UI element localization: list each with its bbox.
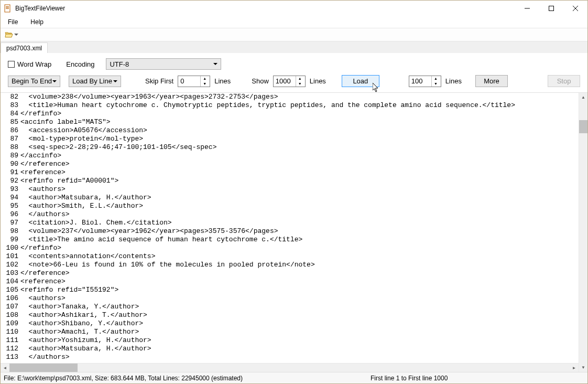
wordwrap-checkbox[interactable]: Word Wrap bbox=[8, 60, 51, 68]
line-number: 92 bbox=[1, 177, 20, 185]
text-line[interactable]: 113 </authors> bbox=[1, 353, 579, 361]
horizontal-scrollbar[interactable]: ◄ ► bbox=[1, 363, 579, 372]
menu-file[interactable]: File bbox=[6, 17, 20, 27]
skip-first-unit: Lines bbox=[214, 77, 231, 85]
line-number: 96 bbox=[1, 210, 20, 219]
text-line[interactable]: 96 </authors> bbox=[1, 210, 579, 219]
skip-first-input[interactable]: ▲▼ bbox=[178, 76, 210, 87]
load-mode-select[interactable]: Load By Line bbox=[69, 76, 121, 87]
line-number: 87 bbox=[1, 135, 20, 143]
text-line[interactable]: 87 <mol-type>protein</mol-type> bbox=[1, 135, 579, 143]
encoding-label: Encoding bbox=[66, 60, 94, 68]
skip-first-value[interactable] bbox=[178, 77, 200, 85]
text-line[interactable]: 86 <accession>A05676</accession> bbox=[1, 126, 579, 135]
load-controls-row: Begin To End Load By Line Skip First ▲▼ … bbox=[1, 73, 587, 92]
text-line[interactable]: 91<reference> bbox=[1, 168, 579, 177]
line-content: <author>Shibano, Y.</author> bbox=[20, 319, 579, 328]
text-line[interactable]: 109 <author>Shibano, Y.</author> bbox=[1, 319, 579, 328]
scroll-down-icon[interactable]: ▼ bbox=[579, 363, 587, 372]
line-content: </reference> bbox=[20, 160, 579, 168]
text-line[interactable]: 88 <seq-spec>2-28;29-46;47-100;101-105</… bbox=[1, 143, 579, 152]
minimize-button[interactable] bbox=[515, 1, 539, 16]
text-line[interactable]: 105<refinfo refid="I55192"> bbox=[1, 286, 579, 294]
line-number: 98 bbox=[1, 227, 20, 236]
text-line[interactable]: 94 <author>Matsubara, H.</author> bbox=[1, 194, 579, 202]
spin-down-icon[interactable]: ▼ bbox=[296, 81, 304, 87]
app-window: BigTextFileViewer File Help psd7003.xml … bbox=[0, 0, 588, 384]
vscroll-thumb[interactable] bbox=[579, 120, 587, 133]
text-line[interactable]: 85<accinfo label="MATS"> bbox=[1, 118, 579, 126]
encoding-select[interactable]: UTF-8 bbox=[106, 58, 221, 70]
text-line[interactable]: 106 <authors> bbox=[1, 294, 579, 303]
hscroll-track[interactable] bbox=[9, 364, 570, 372]
text-line[interactable]: 92<refinfo refid="A00001"> bbox=[1, 177, 579, 185]
direction-value: Begin To End bbox=[12, 77, 52, 85]
load-mode-value: Load By Line bbox=[72, 77, 112, 85]
text-line[interactable]: 83 <title>Human heart cytochrome c. Chym… bbox=[1, 101, 579, 110]
vertical-scrollbar[interactable]: ▲ ▼ bbox=[579, 93, 587, 372]
line-content: <reference> bbox=[20, 278, 579, 286]
scroll-left-icon[interactable]: ◄ bbox=[1, 364, 9, 372]
spin-up-icon[interactable]: ▲ bbox=[432, 76, 440, 81]
scroll-right-icon[interactable]: ► bbox=[570, 364, 579, 372]
file-tab[interactable]: psd7003.xml bbox=[1, 42, 48, 54]
text-line[interactable]: 104<reference> bbox=[1, 278, 579, 286]
close-button[interactable] bbox=[563, 1, 587, 16]
line-number: 102 bbox=[1, 261, 20, 269]
tabstrip: psd7003.xml bbox=[1, 41, 587, 53]
show-value[interactable] bbox=[274, 77, 296, 85]
text-line[interactable]: 112 <author>Matsubara, H.</author> bbox=[1, 345, 579, 353]
line-content: <citation>J. Biol. Chem.</citation> bbox=[20, 219, 579, 227]
hscroll-thumb[interactable] bbox=[9, 364, 78, 372]
text-line[interactable]: 111 <author>Yoshizumi, H.</author> bbox=[1, 336, 579, 345]
more-count-input[interactable]: ▲▼ bbox=[409, 76, 441, 87]
menu-help[interactable]: Help bbox=[28, 17, 46, 27]
window-title: BigTextFileViewer bbox=[15, 5, 65, 12]
menubar: File Help bbox=[1, 16, 587, 28]
spin-up-icon[interactable]: ▲ bbox=[201, 76, 209, 81]
open-file-button[interactable] bbox=[4, 29, 19, 40]
line-number: 112 bbox=[1, 345, 20, 353]
cursor-icon bbox=[373, 83, 380, 93]
maximize-button[interactable] bbox=[539, 1, 563, 16]
vscroll-track[interactable] bbox=[579, 102, 587, 363]
text-line[interactable]: 99 <title>The amino acid sequence of hum… bbox=[1, 236, 579, 244]
scroll-up-icon[interactable]: ▲ bbox=[579, 93, 587, 102]
line-content: <accinfo label="MATS"> bbox=[20, 118, 579, 126]
show-input[interactable]: ▲▼ bbox=[273, 76, 306, 87]
toolbar bbox=[1, 28, 587, 41]
text-line[interactable]: 89</accinfo> bbox=[1, 152, 579, 160]
line-number: 82 bbox=[1, 93, 20, 101]
line-number: 99 bbox=[1, 236, 20, 244]
line-content: <author>Smith, E.L.</author> bbox=[20, 202, 579, 210]
text-content[interactable]: 82 <volume>238</volume><year>1963</year>… bbox=[1, 93, 579, 363]
line-number: 113 bbox=[1, 353, 20, 361]
text-line[interactable]: 98 <volume>237</volume><year>1962</year>… bbox=[1, 227, 579, 236]
text-line[interactable]: 107 <author>Tanaka, Y.</author> bbox=[1, 303, 579, 311]
spin-up-icon[interactable]: ▲ bbox=[296, 76, 304, 81]
more-button[interactable]: More bbox=[475, 75, 508, 87]
more-button-label: More bbox=[484, 77, 499, 85]
text-line[interactable]: 97 <citation>J. Biol. Chem.</citation> bbox=[1, 219, 579, 227]
text-line[interactable]: 90</reference> bbox=[1, 160, 579, 168]
chevron-down-icon bbox=[52, 80, 57, 82]
stop-button-label: Stop bbox=[557, 77, 571, 85]
stop-button[interactable]: Stop bbox=[548, 75, 580, 87]
text-line[interactable]: 82 <volume>238</volume><year>1963</year>… bbox=[1, 93, 579, 101]
text-line[interactable]: 108 <author>Ashikari, T.</author> bbox=[1, 311, 579, 319]
text-line[interactable]: 100</refinfo> bbox=[1, 244, 579, 252]
skip-first-label: Skip First bbox=[145, 77, 173, 85]
text-line[interactable]: 103</reference> bbox=[1, 269, 579, 278]
spin-down-icon[interactable]: ▼ bbox=[432, 81, 440, 87]
text-line[interactable]: 84</refinfo> bbox=[1, 110, 579, 118]
load-button[interactable]: Load bbox=[342, 75, 379, 87]
text-line[interactable]: 95 <author>Smith, E.L.</author> bbox=[1, 202, 579, 210]
text-line[interactable]: 110 <author>Amachi, T.</author> bbox=[1, 328, 579, 336]
line-content: <title>Human heart cytochrome c. Chymotr… bbox=[20, 101, 579, 110]
text-line[interactable]: 101 <contents>annotation</contents> bbox=[1, 252, 579, 261]
spin-down-icon[interactable]: ▼ bbox=[201, 81, 209, 87]
more-value[interactable] bbox=[409, 77, 431, 85]
text-line[interactable]: 102 <note>66-Leu is found in 10% of the … bbox=[1, 261, 579, 269]
text-line[interactable]: 93 <authors> bbox=[1, 185, 579, 194]
direction-select[interactable]: Begin To End bbox=[8, 76, 60, 87]
